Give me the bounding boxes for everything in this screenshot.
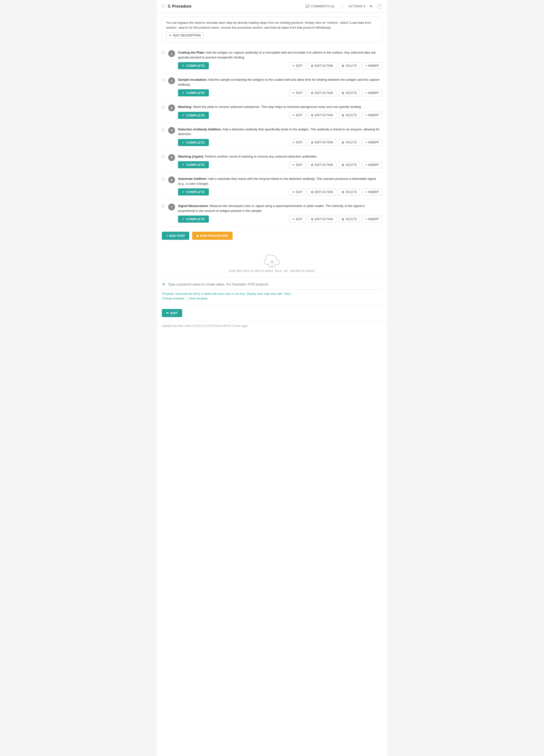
- insert-label-2: INSERT: [368, 91, 379, 95]
- complete-button-2[interactable]: ✓ COMPLETE: [178, 89, 209, 96]
- complete-button-6[interactable]: ✓ COMPLETE: [178, 188, 209, 195]
- insert-button-6[interactable]: + INSERT: [362, 189, 382, 195]
- check-icon: ✓: [182, 217, 185, 221]
- check-icon: ✓: [182, 114, 185, 117]
- step-content-5: Washing (Again): Perform another round o…: [178, 154, 382, 169]
- edit-action-button-7[interactable]: ⊞ EDIT ACTION: [308, 216, 336, 223]
- edit-label-6: EDIT: [296, 190, 303, 194]
- complete-button-7[interactable]: ✓ COMPLETE: [178, 216, 209, 223]
- step-title-3: Washing:: [178, 105, 192, 109]
- delete-label-4: DELETE: [346, 141, 357, 144]
- trash-icon: 🗑: [342, 141, 345, 144]
- delete-button-3[interactable]: 🗑 DELETE: [338, 112, 360, 119]
- edit-step-button-6[interactable]: ✏ EDIT: [289, 189, 306, 195]
- header-right: 💬 COMMENTS (0) ⋮ ACTIONS ▾ ✕ ?: [304, 3, 382, 9]
- edit-step-button-3[interactable]: ✏ EDIT: [289, 112, 306, 119]
- insert-button-4[interactable]: + INSERT: [362, 139, 382, 146]
- bottom-bar: + ADD STEP ▶ RUN PROCEDURE: [157, 227, 387, 246]
- edit-label-5: EDIT: [296, 163, 303, 167]
- add-step-button[interactable]: + ADD STEP: [162, 232, 189, 240]
- edit-action-button-3[interactable]: ⊞ EDIT ACTION: [308, 112, 336, 119]
- complete-label-7: COMPLETE: [186, 217, 205, 221]
- edit-action-label-3: EDIT ACTION: [315, 114, 333, 117]
- delete-button-2[interactable]: 🗑 DELETE: [338, 90, 360, 96]
- trash-icon: 🗑: [342, 190, 345, 194]
- plus-icon: +: [365, 141, 367, 144]
- step-number-7: 7: [168, 204, 175, 210]
- step-content-6: Substrate Addition: Add a substrate that…: [178, 176, 382, 195]
- step-text-3: Washing: Wash the plate to remove unboun…: [178, 104, 382, 109]
- delete-label-6: DELETE: [346, 190, 357, 194]
- edit-action-button-2[interactable]: ⊞ EDIT ACTION: [308, 90, 336, 96]
- delete-button-5[interactable]: 🗑 DELETE: [338, 161, 360, 168]
- step-drag-handle-icon[interactable]: [162, 155, 165, 158]
- step-drag-handle-icon[interactable]: [162, 105, 165, 109]
- grid-icon: ⊞: [311, 163, 314, 167]
- delete-button-7[interactable]: 🗑 DELETE: [338, 216, 360, 223]
- insert-button-5[interactable]: + INSERT: [362, 161, 382, 168]
- step-content-2: Sample Incubation: Add the sample (conta…: [178, 77, 382, 96]
- complete-button-1[interactable]: ✓ COMPLETE: [178, 62, 209, 69]
- grid-icon: ⊞: [311, 64, 314, 68]
- comments-button[interactable]: 💬 COMMENTS (0): [304, 3, 336, 9]
- delete-label-7: DELETE: [346, 218, 357, 221]
- step-content-7: Signal Measuremen: Measure the developed…: [178, 204, 382, 223]
- step-actions-7: ✓ COMPLETE ✏ EDIT ⊞ EDIT ACTION 🗑 DELETE: [178, 216, 382, 223]
- info-banner: You can bypass the need to recreate each…: [162, 17, 382, 42]
- step-drag-handle-icon[interactable]: [162, 205, 165, 208]
- upload-text: Drag files here or click to select .docx…: [229, 269, 315, 273]
- delete-label-2: DELETE: [346, 91, 357, 95]
- edit-label-7: EDIT: [296, 218, 303, 221]
- cloud-upload-icon: [262, 253, 282, 269]
- ai-protocol-input[interactable]: [168, 282, 382, 286]
- edit-step-button-4[interactable]: ✏ EDIT: [289, 139, 306, 146]
- edit-action-button-1[interactable]: ⊞ EDIT ACTION: [308, 62, 336, 69]
- upload-area[interactable]: Drag files here or click to select .docx…: [157, 246, 387, 277]
- edit-main-button[interactable]: ✏ EDIT: [162, 309, 182, 317]
- trash-icon: 🗑: [342, 91, 345, 95]
- clear-template-link[interactable]: Clear template: [188, 297, 207, 300]
- complete-button-4[interactable]: ✓ COMPLETE: [178, 139, 209, 146]
- edit-step-button-7[interactable]: ✏ EDIT: [289, 216, 306, 223]
- edit-step-button-2[interactable]: ✏ EDIT: [289, 90, 306, 96]
- delete-button-6[interactable]: 🗑 DELETE: [338, 189, 360, 195]
- footer-text: Updated by Test Labii at 2023-12-31T01:0…: [162, 324, 247, 328]
- delete-button-4[interactable]: 🗑 DELETE: [338, 139, 360, 146]
- insert-button-2[interactable]: + INSERT: [362, 90, 382, 96]
- step-drag-handle-icon[interactable]: [162, 128, 165, 131]
- complete-label-2: COMPLETE: [186, 91, 205, 95]
- run-procedure-button[interactable]: ▶ RUN PROCEDURE: [192, 232, 232, 240]
- drag-handle-icon[interactable]: [162, 5, 165, 8]
- step-item: 4 Detection Antibody Addition: Add a det…: [162, 123, 382, 150]
- step-drag-handle-icon[interactable]: [162, 78, 165, 81]
- edit-description-button[interactable]: ✏ EDIT DESCRIPTION: [166, 32, 204, 39]
- step-actions-2: ✓ COMPLETE ✏ EDIT ⊞ EDIT ACTION 🗑 DELETE: [178, 89, 382, 96]
- step-item: 5 Washing (Again): Perform another round…: [162, 150, 382, 173]
- edit-action-button-4[interactable]: ⊞ EDIT ACTION: [308, 139, 336, 146]
- edit-action-button-5[interactable]: ⊞ EDIT ACTION: [308, 161, 336, 168]
- edit-step-button-5[interactable]: ✏ EDIT: [289, 161, 306, 168]
- help-icon[interactable]: ?: [377, 4, 382, 9]
- close-icon[interactable]: ✕: [369, 4, 373, 9]
- steps-container: 1 Coating the Plate: Add the antigen (or…: [157, 46, 387, 227]
- separator: |: [186, 297, 187, 300]
- step-item: 2 Sample Incubation: Add the sample (con…: [162, 73, 382, 101]
- actions-button[interactable]: ACTIONS ▾: [349, 4, 365, 8]
- edit-step-button-1[interactable]: ✏ EDIT: [289, 62, 306, 69]
- complete-button-3[interactable]: ✓ COMPLETE: [178, 112, 209, 119]
- insert-button-1[interactable]: + INSERT: [362, 62, 382, 69]
- comments-label: COMMENTS (0): [311, 4, 334, 8]
- info-text: You can bypass the need to recreate each…: [166, 21, 371, 29]
- more-options-icon[interactable]: ⋮: [340, 4, 345, 9]
- delete-button-1[interactable]: 🗑 DELETE: [338, 62, 360, 69]
- insert-button-7[interactable]: + INSERT: [362, 216, 382, 223]
- grid-icon: ⊞: [311, 218, 314, 221]
- change-template-link[interactable]: Change template: [162, 297, 184, 300]
- step-actions-1: ✓ COMPLETE ✏ EDIT ⊞ EDIT ACTION 🗑 DELETE: [178, 62, 382, 69]
- edit-action-button-6[interactable]: ⊞ EDIT ACTION: [308, 189, 336, 195]
- step-drag-handle-icon[interactable]: [162, 177, 165, 181]
- insert-label-4: INSERT: [368, 141, 379, 144]
- step-drag-handle-icon[interactable]: [162, 51, 165, 54]
- complete-button-5[interactable]: ✓ COMPLETE: [178, 161, 209, 168]
- insert-button-3[interactable]: + INSERT: [362, 112, 382, 119]
